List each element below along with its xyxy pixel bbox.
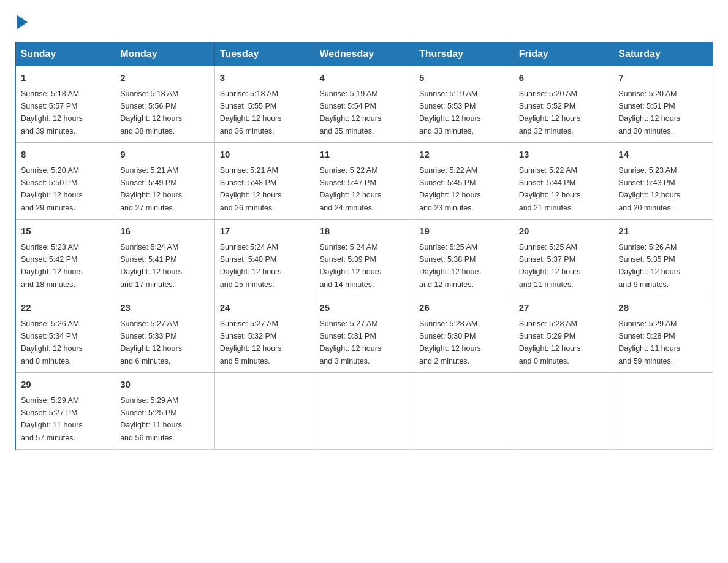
calendar-cell: 3 Sunrise: 5:18 AMSunset: 5:55 PMDayligh… — [214, 66, 314, 143]
calendar-cell: 27 Sunrise: 5:28 AMSunset: 5:29 PMDaylig… — [514, 296, 613, 373]
day-number: 16 — [120, 224, 210, 239]
calendar-cell — [214, 373, 314, 450]
calendar-week-row: 22 Sunrise: 5:26 AMSunset: 5:34 PMDaylig… — [15, 296, 713, 373]
logo-arrow-icon — [17, 15, 28, 29]
day-number: 13 — [519, 148, 609, 162]
col-header-friday: Friday — [514, 42, 613, 66]
calendar-cell: 29 Sunrise: 5:29 AMSunset: 5:27 PMDaylig… — [15, 373, 115, 450]
calendar-cell: 7 Sunrise: 5:20 AMSunset: 5:51 PMDayligh… — [613, 66, 713, 143]
calendar-cell: 25 Sunrise: 5:27 AMSunset: 5:31 PMDaylig… — [314, 296, 414, 373]
day-number: 27 — [519, 301, 609, 315]
calendar-cell: 30 Sunrise: 5:29 AMSunset: 5:25 PMDaylig… — [115, 373, 215, 450]
calendar-cell: 9 Sunrise: 5:21 AMSunset: 5:49 PMDayligh… — [115, 143, 215, 220]
calendar-cell: 4 Sunrise: 5:19 AMSunset: 5:54 PMDayligh… — [314, 66, 414, 143]
day-number: 24 — [220, 301, 309, 315]
cell-info: Sunrise: 5:26 AMSunset: 5:34 PMDaylight:… — [21, 320, 83, 366]
day-number: 5 — [419, 71, 509, 85]
cell-info: Sunrise: 5:19 AMSunset: 5:53 PMDaylight:… — [419, 90, 481, 136]
day-number: 9 — [120, 148, 210, 162]
calendar-cell: 5 Sunrise: 5:19 AMSunset: 5:53 PMDayligh… — [414, 66, 514, 143]
calendar-cell: 8 Sunrise: 5:20 AMSunset: 5:50 PMDayligh… — [15, 143, 115, 220]
cell-info: Sunrise: 5:28 AMSunset: 5:29 PMDaylight:… — [519, 320, 581, 366]
day-number: 28 — [618, 301, 708, 315]
calendar-cell: 24 Sunrise: 5:27 AMSunset: 5:32 PMDaylig… — [214, 296, 314, 373]
cell-info: Sunrise: 5:28 AMSunset: 5:30 PMDaylight:… — [419, 320, 481, 366]
calendar-cell: 2 Sunrise: 5:18 AMSunset: 5:56 PMDayligh… — [115, 66, 215, 143]
cell-info: Sunrise: 5:27 AMSunset: 5:32 PMDaylight:… — [220, 320, 282, 366]
day-number: 17 — [220, 224, 309, 239]
calendar-week-row: 15 Sunrise: 5:23 AMSunset: 5:42 PMDaylig… — [15, 220, 713, 296]
cell-info: Sunrise: 5:21 AMSunset: 5:49 PMDaylight:… — [120, 166, 182, 212]
calendar-week-row: 1 Sunrise: 5:18 AMSunset: 5:57 PMDayligh… — [15, 66, 713, 143]
calendar-cell: 13 Sunrise: 5:22 AMSunset: 5:44 PMDaylig… — [514, 143, 613, 220]
day-number: 11 — [319, 148, 409, 162]
logo — [15, 15, 28, 29]
calendar-cell — [314, 373, 414, 450]
day-number: 1 — [21, 71, 110, 85]
calendar-week-row: 8 Sunrise: 5:20 AMSunset: 5:50 PMDayligh… — [15, 143, 713, 220]
cell-info: Sunrise: 5:23 AMSunset: 5:42 PMDaylight:… — [21, 243, 83, 289]
cell-info: Sunrise: 5:25 AMSunset: 5:38 PMDaylight:… — [419, 243, 481, 289]
calendar-header-row: SundayMondayTuesdayWednesdayThursdayFrid… — [15, 42, 713, 66]
day-number: 22 — [21, 301, 110, 315]
calendar-cell: 17 Sunrise: 5:24 AMSunset: 5:40 PMDaylig… — [214, 220, 314, 296]
cell-info: Sunrise: 5:24 AMSunset: 5:39 PMDaylight:… — [319, 243, 381, 289]
calendar-cell: 16 Sunrise: 5:24 AMSunset: 5:41 PMDaylig… — [115, 220, 215, 296]
calendar-cell: 11 Sunrise: 5:22 AMSunset: 5:47 PMDaylig… — [314, 143, 414, 220]
day-number: 6 — [519, 71, 609, 85]
calendar-cell: 28 Sunrise: 5:29 AMSunset: 5:28 PMDaylig… — [613, 296, 713, 373]
col-header-saturday: Saturday — [613, 42, 713, 66]
calendar-cell: 19 Sunrise: 5:25 AMSunset: 5:38 PMDaylig… — [414, 220, 514, 296]
cell-info: Sunrise: 5:24 AMSunset: 5:40 PMDaylight:… — [220, 243, 282, 289]
cell-info: Sunrise: 5:27 AMSunset: 5:33 PMDaylight:… — [120, 320, 182, 366]
cell-info: Sunrise: 5:24 AMSunset: 5:41 PMDaylight:… — [120, 243, 182, 289]
cell-info: Sunrise: 5:26 AMSunset: 5:35 PMDaylight:… — [618, 243, 680, 289]
day-number: 12 — [419, 148, 509, 162]
cell-info: Sunrise: 5:20 AMSunset: 5:52 PMDaylight:… — [519, 90, 581, 136]
day-number: 7 — [618, 71, 708, 85]
day-number: 23 — [120, 301, 210, 315]
cell-info: Sunrise: 5:22 AMSunset: 5:45 PMDaylight:… — [419, 166, 481, 212]
cell-info: Sunrise: 5:18 AMSunset: 5:57 PMDaylight:… — [21, 90, 83, 136]
day-number: 30 — [120, 378, 210, 392]
calendar-cell: 26 Sunrise: 5:28 AMSunset: 5:30 PMDaylig… — [414, 296, 514, 373]
col-header-tuesday: Tuesday — [214, 42, 314, 66]
calendar-week-row: 29 Sunrise: 5:29 AMSunset: 5:27 PMDaylig… — [15, 373, 713, 450]
cell-info: Sunrise: 5:19 AMSunset: 5:54 PMDaylight:… — [319, 90, 381, 136]
cell-info: Sunrise: 5:18 AMSunset: 5:55 PMDaylight:… — [220, 90, 282, 136]
day-number: 3 — [220, 71, 309, 85]
calendar-cell: 10 Sunrise: 5:21 AMSunset: 5:48 PMDaylig… — [214, 143, 314, 220]
day-number: 19 — [419, 224, 509, 239]
cell-info: Sunrise: 5:23 AMSunset: 5:43 PMDaylight:… — [618, 166, 680, 212]
calendar-cell — [514, 373, 613, 450]
day-number: 29 — [21, 378, 110, 392]
col-header-thursday: Thursday — [414, 42, 514, 66]
calendar-cell: 22 Sunrise: 5:26 AMSunset: 5:34 PMDaylig… — [15, 296, 115, 373]
col-header-sunday: Sunday — [15, 42, 115, 66]
cell-info: Sunrise: 5:22 AMSunset: 5:44 PMDaylight:… — [519, 166, 581, 212]
day-number: 26 — [419, 301, 509, 315]
calendar-cell: 23 Sunrise: 5:27 AMSunset: 5:33 PMDaylig… — [115, 296, 215, 373]
col-header-monday: Monday — [115, 42, 215, 66]
day-number: 10 — [220, 148, 309, 162]
cell-info: Sunrise: 5:29 AMSunset: 5:28 PMDaylight:… — [618, 320, 680, 366]
calendar-cell: 6 Sunrise: 5:20 AMSunset: 5:52 PMDayligh… — [514, 66, 613, 143]
day-number: 2 — [120, 71, 210, 85]
cell-info: Sunrise: 5:22 AMSunset: 5:47 PMDaylight:… — [319, 166, 381, 212]
calendar-cell: 12 Sunrise: 5:22 AMSunset: 5:45 PMDaylig… — [414, 143, 514, 220]
cell-info: Sunrise: 5:20 AMSunset: 5:51 PMDaylight:… — [618, 90, 680, 136]
cell-info: Sunrise: 5:25 AMSunset: 5:37 PMDaylight:… — [519, 243, 581, 289]
calendar-table: SundayMondayTuesdayWednesdayThursdayFrid… — [15, 42, 713, 450]
calendar-cell: 1 Sunrise: 5:18 AMSunset: 5:57 PMDayligh… — [15, 66, 115, 143]
cell-info: Sunrise: 5:29 AMSunset: 5:27 PMDaylight:… — [21, 396, 83, 442]
calendar-cell — [613, 373, 713, 450]
page-header — [15, 15, 713, 29]
cell-info: Sunrise: 5:29 AMSunset: 5:25 PMDaylight:… — [120, 396, 182, 442]
cell-info: Sunrise: 5:27 AMSunset: 5:31 PMDaylight:… — [319, 320, 381, 366]
calendar-cell: 20 Sunrise: 5:25 AMSunset: 5:37 PMDaylig… — [514, 220, 613, 296]
calendar-cell: 14 Sunrise: 5:23 AMSunset: 5:43 PMDaylig… — [613, 143, 713, 220]
day-number: 21 — [618, 224, 708, 239]
day-number: 8 — [21, 148, 110, 162]
day-number: 15 — [21, 224, 110, 239]
day-number: 4 — [319, 71, 409, 85]
